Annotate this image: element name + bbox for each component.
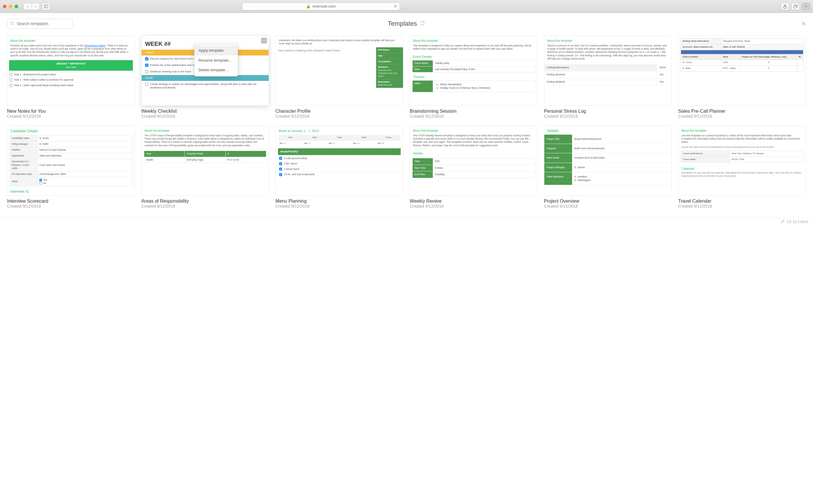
template-created: Created 9/12/2018 <box>7 204 135 208</box>
template-title: Personal Stress Log <box>544 109 672 114</box>
menu-rename-template[interactable]: Rename template... <box>194 55 238 65</box>
template-preview: ⋯ WEEK ## TODAY Discuss reasons for new … <box>141 36 269 106</box>
template-title: Areas of Responsibility <box>141 199 269 204</box>
template-created: Created 9/12/2018 <box>275 204 403 208</box>
template-created: Created 9/12/2018 <box>141 204 269 208</box>
share-button[interactable] <box>781 3 789 10</box>
template-card[interactable]: About this template The GTD® Areas of Re… <box>141 126 269 208</box>
edit-icon[interactable] <box>781 219 785 224</box>
template-preview: Week of January 1 - 7, 2018 SunMonTuesWe… <box>275 126 403 196</box>
template-preview: About this template Use this template as… <box>678 126 806 196</box>
template-created: Created 9/11/2018 <box>678 204 806 208</box>
sidebar-toggle-button[interactable] <box>42 3 50 10</box>
more-options-button[interactable]: ⋯ <box>261 38 267 44</box>
menu-delete-template[interactable]: Delete template... <box>194 65 238 75</box>
version-label: CE 53.2.6641 <box>787 220 808 224</box>
close-window-button[interactable] <box>3 5 6 8</box>
template-title: Weekly Checklist <box>141 109 269 114</box>
template-created: Created 9/12/2018 <box>275 114 403 119</box>
reload-button[interactable]: ⟳ <box>394 4 397 8</box>
template-created: Created 9/12/2018 <box>544 114 672 119</box>
template-preview: About this template: The GTD® Weekly Rev… <box>410 126 538 196</box>
template-card[interactable]: ⋯ WEEK ## TODAY Discuss reasons for new … <box>141 36 269 119</box>
template-title: Travel Calendar <box>678 199 806 204</box>
search-icon <box>10 21 14 26</box>
template-preview: Candidate Details Candidate nameS. Jones… <box>7 126 135 196</box>
template-created: Created 9/11/2018 <box>544 204 672 208</box>
address-bar[interactable]: 🔒 evernote.com ⟳ <box>242 3 400 10</box>
back-button[interactable]: ‹ <box>23 3 32 10</box>
template-card[interactable]: Week of January 1 - 7, 2018 SunMonTuesWe… <box>275 126 403 208</box>
window-controls <box>3 5 18 8</box>
template-card[interactable]: Candidate Details Candidate nameS. Jones… <box>7 126 135 208</box>
browser-toolbar: ‹ › 🔒 evernote.com ⟳ + <box>0 0 813 13</box>
context-menu: Apply template Rename template... Delete… <box>194 44 238 77</box>
svg-point-5 <box>11 22 13 24</box>
template-created: Created 9/12/2018 <box>410 114 538 119</box>
template-title: Character Profile <box>275 109 403 114</box>
template-preview: About this template: This template is de… <box>410 36 538 106</box>
search-input[interactable] <box>17 21 70 26</box>
page-header: Templates × <box>0 13 813 33</box>
template-preview: characters, the better you writing where… <box>275 36 403 106</box>
search-box[interactable] <box>7 19 73 29</box>
template-created: Created 9/12/2018 <box>141 114 269 119</box>
template-title: Weekly Review <box>410 199 538 204</box>
template-card[interactable]: characters, the better you writing where… <box>275 36 403 119</box>
page-title: Templates <box>388 20 425 27</box>
template-card[interactable]: Selling Team Attendees:Margaret (Directo… <box>678 36 806 119</box>
templates-grid: About this template: Prioritize all your… <box>0 33 813 217</box>
lock-icon: 🔒 <box>306 4 311 8</box>
template-title: Brainstorming Session <box>410 109 538 114</box>
forward-button[interactable]: › <box>32 3 40 10</box>
template-preview: About this template The GTD® Areas of Re… <box>141 126 269 196</box>
template-card[interactable]: About this template Use this template as… <box>678 126 806 208</box>
template-card[interactable]: About this template: The GTD® Weekly Rev… <box>410 126 538 208</box>
template-card[interactable]: About this template Stress is common in … <box>544 36 672 119</box>
template-card[interactable]: About this template: Prioritize all your… <box>7 36 135 119</box>
nav-buttons: ‹ › <box>23 3 40 10</box>
close-button[interactable]: × <box>801 19 806 28</box>
template-title: Interview Scorecard <box>7 199 135 204</box>
template-title: Sales Pre-Call Planner <box>678 109 806 114</box>
template-created: Created 9/12/2018 <box>7 114 135 119</box>
template-preview: About this template Stress is common in … <box>544 36 672 106</box>
new-tab-button[interactable]: + <box>802 3 810 10</box>
svg-rect-0 <box>44 5 48 8</box>
minimize-window-button[interactable] <box>9 5 12 8</box>
tabs-button[interactable] <box>791 3 800 10</box>
template-card[interactable]: About this template: This template is de… <box>410 36 538 119</box>
menu-apply-template[interactable]: Apply template <box>194 46 238 55</box>
template-created: Created 9/12/2018 <box>410 204 538 208</box>
sync-icon[interactable] <box>420 20 425 27</box>
template-preview: Selling Team Attendees:Margaret (Directo… <box>678 36 806 106</box>
svg-line-6 <box>13 24 14 25</box>
template-card[interactable]: Details Project TitleBrand Refresh/Relau… <box>544 126 672 208</box>
template-preview: About this template: Prioritize all your… <box>7 36 135 106</box>
svg-rect-4 <box>794 6 797 8</box>
template-title: New Notes for You <box>7 109 135 114</box>
template-preview: Details Project TitleBrand Refresh/Relau… <box>544 126 672 196</box>
maximize-window-button[interactable] <box>15 5 18 8</box>
template-created: Created 9/12/2018 <box>678 114 806 119</box>
template-title: Project Overview <box>544 199 672 204</box>
url-text: evernote.com <box>312 4 336 8</box>
template-title: Menu Planning <box>275 199 403 204</box>
footer: CE 53.2.6641 <box>0 217 813 226</box>
